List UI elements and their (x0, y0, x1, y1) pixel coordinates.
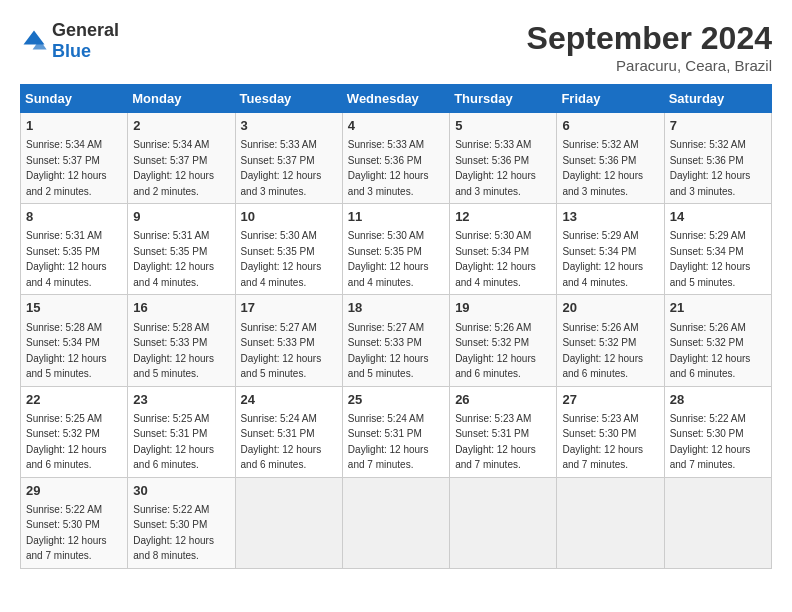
calendar-week-5: 29Sunrise: 5:22 AMSunset: 5:30 PMDayligh… (21, 477, 772, 568)
day-number: 8 (26, 208, 122, 226)
table-row: 19Sunrise: 5:26 AMSunset: 5:32 PMDayligh… (450, 295, 557, 386)
table-row: 5Sunrise: 5:33 AMSunset: 5:36 PMDaylight… (450, 113, 557, 204)
table-row: 27Sunrise: 5:23 AMSunset: 5:30 PMDayligh… (557, 386, 664, 477)
col-monday: Monday (128, 85, 235, 113)
table-row (557, 477, 664, 568)
table-row: 25Sunrise: 5:24 AMSunset: 5:31 PMDayligh… (342, 386, 449, 477)
day-number: 9 (133, 208, 229, 226)
col-friday: Friday (557, 85, 664, 113)
calendar-header-row: Sunday Monday Tuesday Wednesday Thursday… (21, 85, 772, 113)
page-header: General Blue September 2024 Paracuru, Ce… (20, 20, 772, 74)
table-row: 13Sunrise: 5:29 AMSunset: 5:34 PMDayligh… (557, 204, 664, 295)
table-row: 20Sunrise: 5:26 AMSunset: 5:32 PMDayligh… (557, 295, 664, 386)
table-row: 26Sunrise: 5:23 AMSunset: 5:31 PMDayligh… (450, 386, 557, 477)
col-thursday: Thursday (450, 85, 557, 113)
day-number: 10 (241, 208, 337, 226)
day-number: 30 (133, 482, 229, 500)
day-number: 23 (133, 391, 229, 409)
table-row: 4Sunrise: 5:33 AMSunset: 5:36 PMDaylight… (342, 113, 449, 204)
day-number: 13 (562, 208, 658, 226)
day-info: Sunrise: 5:26 AMSunset: 5:32 PMDaylight:… (670, 322, 751, 380)
table-row: 30Sunrise: 5:22 AMSunset: 5:30 PMDayligh… (128, 477, 235, 568)
table-row: 12Sunrise: 5:30 AMSunset: 5:34 PMDayligh… (450, 204, 557, 295)
day-info: Sunrise: 5:26 AMSunset: 5:32 PMDaylight:… (562, 322, 643, 380)
day-number: 22 (26, 391, 122, 409)
logo-icon (20, 27, 48, 55)
table-row: 17Sunrise: 5:27 AMSunset: 5:33 PMDayligh… (235, 295, 342, 386)
day-number: 11 (348, 208, 444, 226)
table-row: 28Sunrise: 5:22 AMSunset: 5:30 PMDayligh… (664, 386, 771, 477)
table-row: 9Sunrise: 5:31 AMSunset: 5:35 PMDaylight… (128, 204, 235, 295)
day-number: 24 (241, 391, 337, 409)
day-number: 6 (562, 117, 658, 135)
day-info: Sunrise: 5:30 AMSunset: 5:35 PMDaylight:… (241, 230, 322, 288)
day-info: Sunrise: 5:22 AMSunset: 5:30 PMDaylight:… (26, 504, 107, 562)
day-number: 4 (348, 117, 444, 135)
calendar-table: Sunday Monday Tuesday Wednesday Thursday… (20, 84, 772, 569)
table-row: 21Sunrise: 5:26 AMSunset: 5:32 PMDayligh… (664, 295, 771, 386)
location: Paracuru, Ceara, Brazil (527, 57, 772, 74)
day-number: 7 (670, 117, 766, 135)
day-number: 15 (26, 299, 122, 317)
logo-wordmark: General Blue (52, 20, 119, 62)
table-row: 15Sunrise: 5:28 AMSunset: 5:34 PMDayligh… (21, 295, 128, 386)
logo: General Blue (20, 20, 119, 62)
day-info: Sunrise: 5:25 AMSunset: 5:31 PMDaylight:… (133, 413, 214, 471)
day-info: Sunrise: 5:33 AMSunset: 5:36 PMDaylight:… (348, 139, 429, 197)
day-info: Sunrise: 5:23 AMSunset: 5:30 PMDaylight:… (562, 413, 643, 471)
day-number: 19 (455, 299, 551, 317)
table-row (664, 477, 771, 568)
month-title: September 2024 (527, 20, 772, 57)
day-number: 3 (241, 117, 337, 135)
col-tuesday: Tuesday (235, 85, 342, 113)
col-wednesday: Wednesday (342, 85, 449, 113)
day-info: Sunrise: 5:22 AMSunset: 5:30 PMDaylight:… (670, 413, 751, 471)
day-number: 29 (26, 482, 122, 500)
day-number: 28 (670, 391, 766, 409)
table-row: 8Sunrise: 5:31 AMSunset: 5:35 PMDaylight… (21, 204, 128, 295)
table-row: 22Sunrise: 5:25 AMSunset: 5:32 PMDayligh… (21, 386, 128, 477)
day-info: Sunrise: 5:26 AMSunset: 5:32 PMDaylight:… (455, 322, 536, 380)
table-row: 16Sunrise: 5:28 AMSunset: 5:33 PMDayligh… (128, 295, 235, 386)
day-number: 14 (670, 208, 766, 226)
day-number: 16 (133, 299, 229, 317)
day-info: Sunrise: 5:34 AMSunset: 5:37 PMDaylight:… (133, 139, 214, 197)
table-row: 23Sunrise: 5:25 AMSunset: 5:31 PMDayligh… (128, 386, 235, 477)
day-number: 2 (133, 117, 229, 135)
day-number: 27 (562, 391, 658, 409)
table-row: 14Sunrise: 5:29 AMSunset: 5:34 PMDayligh… (664, 204, 771, 295)
table-row: 2Sunrise: 5:34 AMSunset: 5:37 PMDaylight… (128, 113, 235, 204)
day-number: 12 (455, 208, 551, 226)
day-number: 5 (455, 117, 551, 135)
table-row: 24Sunrise: 5:24 AMSunset: 5:31 PMDayligh… (235, 386, 342, 477)
day-number: 18 (348, 299, 444, 317)
day-number: 21 (670, 299, 766, 317)
day-info: Sunrise: 5:31 AMSunset: 5:35 PMDaylight:… (133, 230, 214, 288)
table-row: 1Sunrise: 5:34 AMSunset: 5:37 PMDaylight… (21, 113, 128, 204)
table-row: 11Sunrise: 5:30 AMSunset: 5:35 PMDayligh… (342, 204, 449, 295)
day-info: Sunrise: 5:28 AMSunset: 5:33 PMDaylight:… (133, 322, 214, 380)
title-block: September 2024 Paracuru, Ceara, Brazil (527, 20, 772, 74)
day-number: 1 (26, 117, 122, 135)
day-info: Sunrise: 5:29 AMSunset: 5:34 PMDaylight:… (670, 230, 751, 288)
day-info: Sunrise: 5:25 AMSunset: 5:32 PMDaylight:… (26, 413, 107, 471)
day-info: Sunrise: 5:29 AMSunset: 5:34 PMDaylight:… (562, 230, 643, 288)
day-info: Sunrise: 5:28 AMSunset: 5:34 PMDaylight:… (26, 322, 107, 380)
day-info: Sunrise: 5:32 AMSunset: 5:36 PMDaylight:… (562, 139, 643, 197)
day-info: Sunrise: 5:27 AMSunset: 5:33 PMDaylight:… (348, 322, 429, 380)
logo-blue: Blue (52, 41, 91, 61)
day-info: Sunrise: 5:24 AMSunset: 5:31 PMDaylight:… (241, 413, 322, 471)
day-number: 26 (455, 391, 551, 409)
day-info: Sunrise: 5:33 AMSunset: 5:36 PMDaylight:… (455, 139, 536, 197)
day-info: Sunrise: 5:34 AMSunset: 5:37 PMDaylight:… (26, 139, 107, 197)
table-row: 18Sunrise: 5:27 AMSunset: 5:33 PMDayligh… (342, 295, 449, 386)
table-row (235, 477, 342, 568)
table-row: 6Sunrise: 5:32 AMSunset: 5:36 PMDaylight… (557, 113, 664, 204)
day-number: 17 (241, 299, 337, 317)
day-info: Sunrise: 5:30 AMSunset: 5:35 PMDaylight:… (348, 230, 429, 288)
table-row: 29Sunrise: 5:22 AMSunset: 5:30 PMDayligh… (21, 477, 128, 568)
day-info: Sunrise: 5:30 AMSunset: 5:34 PMDaylight:… (455, 230, 536, 288)
day-number: 25 (348, 391, 444, 409)
col-saturday: Saturday (664, 85, 771, 113)
day-info: Sunrise: 5:27 AMSunset: 5:33 PMDaylight:… (241, 322, 322, 380)
